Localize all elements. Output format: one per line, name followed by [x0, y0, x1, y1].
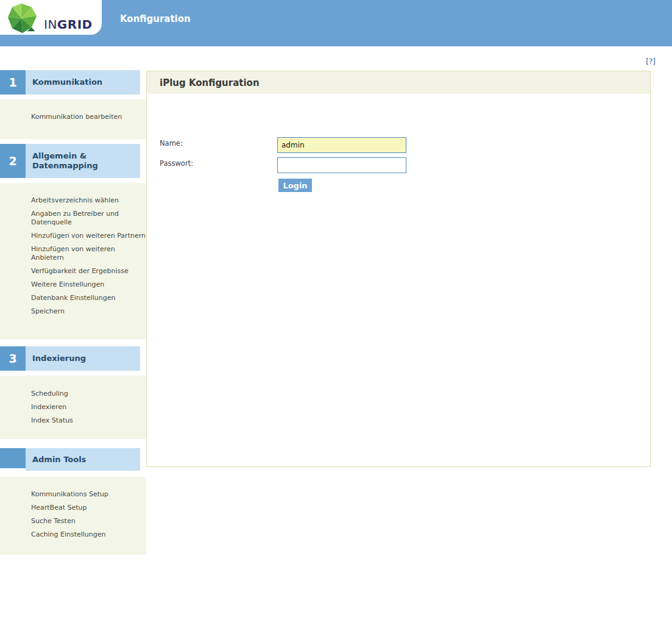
sidebar-section-links-admin-tools: Kommunikations Setup HeartBeat Setup Suc…: [0, 477, 146, 555]
sidebar-link[interactable]: Datenbank Einstellungen: [31, 294, 147, 302]
config-panel: iPlug Konfiguration Name: Passwort: Logi…: [146, 71, 651, 467]
top-bar: INGRID Konfiguration: [0, 0, 672, 46]
sidebar-link[interactable]: Angaben zu Betreiber und Datenquelle: [31, 210, 147, 227]
sidebar-link[interactable]: Scheduling: [31, 390, 147, 398]
sidebar-link[interactable]: Indexieren: [31, 403, 147, 412]
section-number-badge: 1: [0, 70, 26, 95]
sidebar-section-links-allgemein: Arbeitsverzeichnis wählen Angaben zu Bet…: [0, 183, 146, 339]
page-title: iPlug Konfiguration: [160, 77, 260, 88]
sidebar-link[interactable]: Kommunikation bearbeiten: [31, 113, 147, 121]
name-label: Name:: [160, 139, 183, 148]
password-input[interactable]: [277, 157, 406, 173]
logo-text-grid: GRID: [57, 17, 93, 32]
section-number-badge: [0, 448, 26, 468]
sidebar-link[interactable]: Hinzufügen von weiteren Anbietern: [31, 245, 147, 262]
sidebar-link[interactable]: Hinzufügen von weiteren Partnern: [31, 232, 147, 240]
sidebar-section-links-indexierung: Scheduling Indexieren Index Status: [0, 376, 146, 439]
logo-text: INGRID: [44, 18, 93, 30]
section-number-badge: 2: [0, 144, 26, 178]
help-link[interactable]: [?]: [646, 57, 656, 66]
sidebar-link[interactable]: Caching Einstellungen: [31, 530, 147, 539]
sidebar-link[interactable]: Speichern: [31, 307, 147, 316]
sidebar-link[interactable]: Verfügbarkeit der Ergebnisse: [31, 267, 147, 276]
name-input[interactable]: [277, 137, 406, 153]
sidebar-section-header-allgemein: 2 Allgemein & Datenmapping: [0, 144, 140, 178]
logo-tab: INGRID: [0, 0, 102, 35]
sidebar-section-header-kommunikation: 1 Kommunikation: [0, 70, 140, 95]
section-number-badge: 3: [0, 346, 26, 371]
section-title: Kommunikation: [26, 70, 140, 95]
sidebar-link[interactable]: Index Status: [31, 416, 147, 425]
ingrid-gem-icon: [5, 2, 40, 34]
sidebar-link[interactable]: HeartBeat Setup: [31, 504, 147, 512]
sidebar-section-links-kommunikation: Kommunikation bearbeiten: [0, 99, 146, 139]
app-title: Konfiguration: [120, 13, 191, 24]
section-title: Admin Tools: [26, 448, 140, 471]
section-title: Indexierung: [26, 346, 140, 371]
panel-header: iPlug Konfiguration: [147, 71, 650, 94]
logo-text-in: IN: [44, 17, 57, 32]
sidebar-link[interactable]: Arbeitsverzeichnis wählen: [31, 196, 147, 205]
sidebar-link[interactable]: Weitere Einstellungen: [31, 280, 147, 289]
section-title: Allgemein & Datenmapping: [26, 144, 140, 178]
sidebar-section-header-indexierung: 3 Indexierung: [0, 346, 140, 371]
password-label: Passwort:: [160, 159, 193, 168]
sidebar-link[interactable]: Suche Testen: [31, 517, 147, 526]
sidebar-section-header-admin-tools: Admin Tools: [0, 448, 140, 471]
sidebar-link[interactable]: Kommunikations Setup: [31, 490, 147, 499]
login-button[interactable]: Login: [278, 179, 312, 192]
